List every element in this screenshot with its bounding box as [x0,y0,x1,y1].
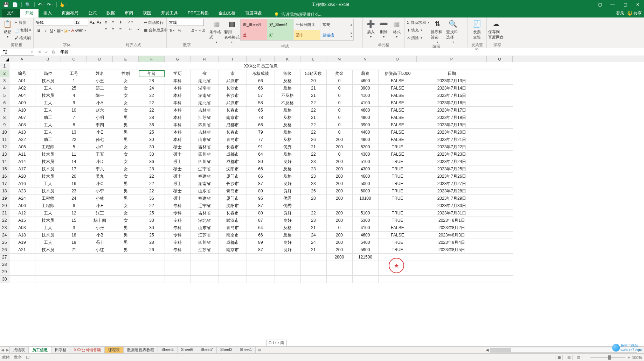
empty-cell[interactable] [417,276,487,283]
data-cell[interactable]: 6 [61,202,87,210]
data-cell[interactable]: 58 [247,99,275,107]
align-right-icon[interactable]: ≡ [117,26,124,32]
data-cell[interactable]: 30 [139,224,165,232]
data-cell[interactable]: 0 [326,114,352,121]
data-cell[interactable]: 本科 [165,121,191,129]
data-cell[interactable]: 87 [247,180,275,187]
font-size-select[interactable] [75,19,88,26]
data-cell[interactable]: 28 [139,114,165,121]
header-cell[interactable]: 薪资高于5000 [378,70,417,77]
data-cell[interactable]: 良好 [275,246,300,254]
row-header[interactable]: 8 [0,114,9,121]
zoom-in-button[interactable]: + [628,355,630,360]
row-header[interactable]: 22 [0,217,9,224]
data-cell[interactable]: 4900 [352,136,378,143]
row-header[interactable]: 14 [0,158,9,165]
style-hyperlink[interactable]: 超链接 [320,30,347,40]
empty-cell[interactable] [352,276,378,283]
data-cell[interactable]: 7 [61,114,87,121]
data-cell[interactable]: 79 [247,129,275,136]
data-cell[interactable]: 男 [113,239,139,246]
data-cell[interactable]: 技术员 [35,187,61,195]
data-cell[interactable]: 66 [247,173,275,180]
data-cell[interactable]: A02 [9,85,35,92]
data-cell[interactable]: 4100 [352,99,378,107]
row-header[interactable]: 13 [0,151,9,158]
data-cell[interactable]: 2023年8月1日 [417,217,487,224]
data-cell[interactable]: 200 [326,232,352,239]
sheet-tab[interactable]: XXX公司销售额 [70,346,105,354]
data-cell[interactable]: 0 [326,99,352,107]
data-cell[interactable]: 22 [300,151,326,158]
data-cell[interactable]: 0 [326,151,352,158]
data-cell[interactable]: 10100 [352,195,378,202]
data-cell[interactable]: 沈阳市 [219,202,247,210]
share-button[interactable]: 🔱 共享 [627,10,642,16]
view-page-break-icon[interactable]: ▥ [575,355,582,360]
data-cell[interactable]: 小F [87,202,113,210]
data-cell[interactable]: FALSE [378,99,417,107]
data-cell[interactable]: 87 [247,202,275,210]
data-cell[interactable]: 冯十 [87,239,113,246]
data-cell[interactable] [487,114,513,121]
total-cell[interactable] [87,254,113,261]
currency-icon[interactable]: $ [169,27,176,34]
data-cell[interactable]: 及格 [275,136,300,143]
data-cell[interactable] [487,158,513,165]
data-cell[interactable]: 江苏省 [191,246,219,254]
fill-button[interactable]: ⬇ 填充 [407,27,429,34]
data-cell[interactable]: 良好 [275,210,300,217]
header-cell[interactable]: 学历 [165,70,191,77]
data-cell[interactable] [487,210,513,217]
total-cell[interactable] [113,254,139,261]
empty-cell[interactable] [300,268,326,276]
redo-button[interactable]: ↷ [46,1,54,8]
row-header[interactable]: 19 [0,195,9,202]
data-cell[interactable]: 硕士 [165,165,191,173]
header-cell[interactable]: 姓名 [87,70,113,77]
data-cell[interactable]: 硕士 [165,195,191,202]
data-cell[interactable]: 陈一 [87,92,113,99]
data-cell[interactable]: 男 [113,246,139,254]
empty-cell[interactable] [87,261,113,268]
data-cell[interactable]: 2023年7月22日 [417,143,487,151]
empty-cell[interactable] [417,268,487,276]
data-cell[interactable]: 21 [300,246,326,254]
data-cell[interactable]: 23 [300,180,326,187]
data-cell[interactable]: 9 [61,99,87,107]
data-cell[interactable] [352,202,378,210]
header-cell[interactable]: 编号 [9,70,35,77]
row-header[interactable]: 7 [0,107,9,114]
data-cell[interactable]: 13 [61,129,87,136]
sheet-tab[interactable]: 员工信息 [28,346,51,354]
data-cell[interactable]: 湖北省 [191,99,219,107]
col-header-D[interactable]: D [87,56,113,62]
cancel-fx-icon[interactable]: ✕ [36,50,43,55]
data-cell[interactable]: FALSE [378,136,417,143]
data-cell[interactable]: 200 [326,187,352,195]
data-cell[interactable]: 工人 [35,180,61,187]
data-cell[interactable]: 长春市 [219,107,247,114]
data-cell[interactable]: 湖南省 [191,180,219,187]
data-cell[interactable]: 湖南省 [191,92,219,99]
data-cell[interactable]: 技术员 [35,92,61,99]
data-cell[interactable]: 武汉市 [219,99,247,107]
sheet-tab[interactable]: Sheet2 [216,346,236,354]
data-cell[interactable]: A15 [9,217,35,224]
data-cell[interactable] [487,129,513,136]
data-cell[interactable]: 89 [247,187,275,195]
data-cell[interactable]: 200 [326,158,352,165]
data-cell[interactable]: A20 [9,173,35,180]
data-cell[interactable]: 80 [247,210,275,217]
data-cell[interactable]: 男 [113,195,139,202]
tab-pdf[interactable]: PDF工具集 [183,9,214,17]
data-cell[interactable] [487,239,513,246]
data-cell[interactable]: 64 [247,224,275,232]
save-icon[interactable]: 💾 [2,1,10,8]
header-cell[interactable]: 日期 [417,70,487,77]
data-cell[interactable]: 16 [61,180,87,187]
total-cell[interactable] [191,254,219,261]
data-cell[interactable] [487,107,513,114]
total-cell[interactable]: 121500 [352,254,378,261]
data-cell[interactable]: 长沙市 [219,92,247,99]
